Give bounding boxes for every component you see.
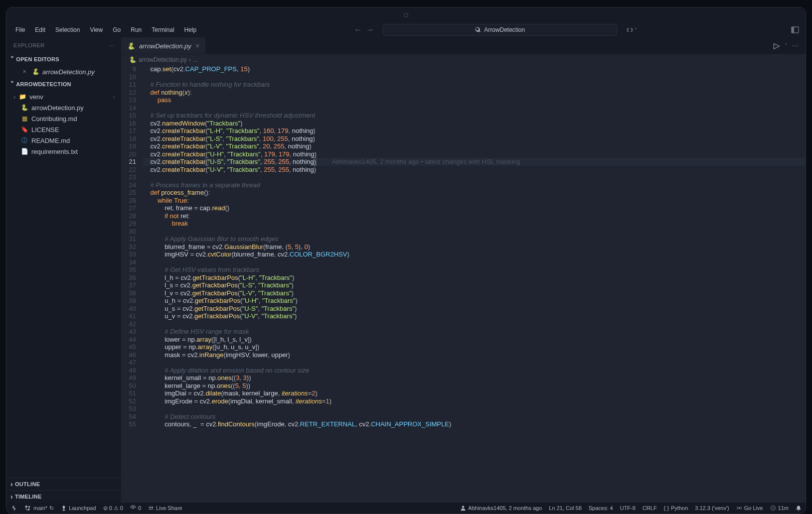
python-icon: 🐍 (20, 104, 28, 112)
outline-header[interactable]: › OUTLINE (6, 478, 121, 490)
code-content[interactable]: cap.set(cv2.CAP_PROP_FPS, 15) # Function… (143, 65, 806, 503)
text-icon: 📄 (20, 147, 28, 155)
tree-item-label: requirements.txt (31, 148, 78, 155)
menu-run[interactable]: Run (127, 24, 146, 35)
tree-item-label: README.md (31, 137, 70, 144)
titlebar (6, 7, 806, 22)
chevron-down-icon: ˅ (10, 55, 14, 63)
status-problems[interactable]: ⊘ 0 ⚠ 0 (103, 505, 123, 512)
tab-label: arrowDetection.py (139, 42, 191, 50)
tree-item-label: Contributing.md (31, 115, 77, 123)
person-icon (460, 505, 466, 511)
svg-point-4 (152, 507, 153, 508)
status-remote-icon[interactable] (10, 505, 17, 512)
tree-item-arrowdetection[interactable]: 🐍 arrowDetection.py (6, 102, 121, 113)
menu-file[interactable]: File (11, 24, 29, 35)
git-branch-icon (24, 505, 31, 512)
status-blame[interactable]: Abhinavks1405, 2 months ago (460, 505, 542, 511)
python-icon: 🐍 (127, 42, 135, 50)
status-ports[interactable]: 0 (130, 505, 141, 511)
chevron-right-icon: › (10, 480, 13, 488)
folder-label: ARROWDETECTION (16, 81, 71, 87)
app-window: File Edit Selection View Go Run Terminal… (6, 7, 806, 514)
status-spaces[interactable]: Spaces: 4 (589, 505, 613, 511)
search-text: ArrowDetection (484, 26, 525, 33)
chevron-right-icon: › (13, 93, 15, 101)
chevron-down-icon[interactable]: ˅ (785, 43, 787, 48)
menu-help[interactable]: Help (180, 24, 201, 35)
run-icon[interactable]: ▷ (774, 41, 780, 50)
svg-point-5 (462, 506, 465, 509)
close-icon[interactable]: × (20, 68, 28, 76)
python-icon: 🐍 (31, 68, 39, 76)
markdown-icon: ▦ (20, 115, 28, 123)
nav-history: ← → (353, 25, 375, 35)
tree-item-label: venv (29, 93, 43, 101)
radio-icon (130, 505, 136, 511)
statusbar: main* ↻ Launchpad ⊘ 0 ⚠ 0 0 Live Share A… (6, 503, 806, 514)
status-launchpad[interactable]: Launchpad (61, 505, 96, 511)
cert-icon: 🔖 (20, 126, 28, 133)
status-encoding[interactable]: UTF-8 (620, 505, 636, 511)
status-time[interactable]: 11m (770, 505, 789, 511)
tree-item-label: LICENSE (31, 126, 59, 133)
command-center[interactable]: ArrowDetection (383, 24, 617, 36)
tabbar: 🐍 arrowDetection.py × ▷ ˅ ··· (121, 37, 806, 54)
nav-forward-icon[interactable]: → (365, 25, 375, 35)
status-golive[interactable]: Go Live (736, 505, 763, 511)
sync-icon: ↻ (49, 505, 54, 512)
status-lncol[interactable]: Ln 21, Col 58 (549, 505, 581, 511)
code-editor[interactable]: 9101112131415161718192021222324252627282… (121, 65, 806, 503)
liveshare-label: Live Share (156, 505, 182, 511)
tree-item-readme[interactable]: ⓘ README.md (6, 135, 121, 146)
svg-point-2 (132, 508, 134, 509)
explorer-title: EXPLORER (13, 42, 44, 48)
breadcrumb[interactable]: 🐍 arrowDetection.py › ... (121, 54, 806, 65)
open-editors-header[interactable]: ˅ OPEN EDITORS (6, 53, 121, 65)
close-icon[interactable]: × (195, 42, 199, 50)
status-liveshare[interactable]: Live Share (148, 505, 182, 511)
broadcast-icon (736, 505, 742, 511)
status-eol[interactable]: CRLF (643, 505, 657, 511)
svg-point-3 (149, 507, 151, 508)
nav-back-icon[interactable]: ← (353, 25, 363, 35)
open-editor-item[interactable]: × 🐍 arrowDetection.py (6, 66, 121, 77)
status-lang[interactable]: { } Python (664, 505, 688, 511)
copilot-icon[interactable]: ˅ (626, 24, 637, 35)
tree-item-requirements[interactable]: 📄 requirements.txt (6, 146, 121, 157)
python-icon: 🐍 (129, 56, 137, 63)
ports-label: 0 (138, 505, 141, 511)
chevron-right-icon: › (189, 56, 191, 63)
explorer-sidebar: EXPLORER ··· ˅ OPEN EDITORS × 🐍 arrowDet… (6, 37, 121, 503)
timeline-header[interactable]: › TIMELINE (6, 490, 121, 503)
open-editor-label: arrowDetection.py (42, 68, 95, 76)
menu-go[interactable]: Go (109, 24, 125, 35)
menubar: File Edit Selection View Go Run Terminal… (6, 22, 806, 37)
menu-selection[interactable]: Selection (51, 24, 84, 35)
explorer-more-icon[interactable]: ··· (109, 42, 114, 48)
chevron-down-icon: ˅ (10, 80, 14, 88)
more-icon[interactable]: ··· (792, 41, 799, 50)
svg-rect-1 (792, 27, 794, 33)
menu-view[interactable]: View (86, 24, 107, 35)
branch-label: main* (33, 505, 47, 511)
menu-terminal[interactable]: Terminal (148, 24, 178, 35)
outline-label: OUTLINE (15, 481, 40, 487)
clock-icon (770, 505, 776, 511)
tree-item-contributing[interactable]: ▦ Contributing.md (6, 113, 121, 124)
folder-icon: 📁 (18, 93, 26, 101)
rocket-icon (61, 505, 67, 511)
status-branch[interactable]: main* ↻ (24, 505, 54, 512)
menu-edit[interactable]: Edit (31, 24, 49, 35)
layout-panel-icon[interactable] (790, 24, 801, 35)
status-interpreter[interactable]: 3.12.3 ('venv') (695, 505, 729, 511)
editor-tab[interactable]: 🐍 arrowDetection.py × (121, 37, 205, 54)
time-label: 11m (778, 505, 789, 511)
tree-item-venv[interactable]: › 📁 venv · (6, 91, 121, 102)
chevron-right-icon: › (10, 493, 13, 501)
line-gutter: 9101112131415161718192021222324252627282… (121, 65, 143, 503)
folder-header[interactable]: ˅ ARROWDETECTION (6, 78, 121, 90)
record-macro-icon (404, 13, 408, 17)
tree-item-license[interactable]: 🔖 LICENSE (6, 124, 121, 135)
status-bell-icon[interactable] (796, 505, 802, 511)
